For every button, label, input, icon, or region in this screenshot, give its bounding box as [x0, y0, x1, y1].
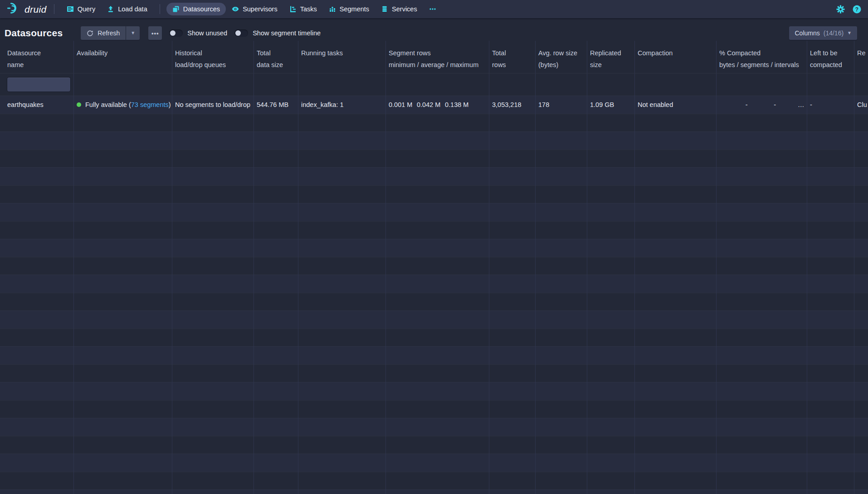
empty-cell [536, 257, 587, 275]
header-label: (bytes) [538, 59, 584, 71]
refresh-dropdown-button[interactable]: ▼ [126, 26, 140, 40]
empty-cell [254, 489, 298, 494]
empty-cell [0, 167, 74, 185]
empty-cell [489, 167, 536, 185]
empty-cell [298, 364, 386, 383]
nav-item-more[interactable] [423, 3, 442, 15]
empty-cell [298, 221, 386, 239]
columns-count: (14/16) [824, 29, 844, 37]
empty-cell [717, 150, 807, 168]
header-label: rows [492, 59, 532, 71]
empty-cell [254, 454, 298, 472]
empty-cell [298, 203, 386, 221]
empty-cell [172, 472, 254, 490]
empty-cell [386, 221, 489, 239]
pct-compacted-value: … [776, 101, 805, 108]
header-cell-left_to_be_compacted[interactable]: Left to becompacted [807, 41, 854, 73]
header-cell-compaction[interactable]: Compaction [635, 41, 717, 73]
nav-item-query[interactable]: Query [61, 3, 102, 15]
empty-cell [0, 221, 74, 239]
header-label: data size [257, 59, 295, 71]
filter-cell-total_rows [489, 73, 536, 96]
nav-item-label: Segments [340, 5, 369, 13]
columns-label: Columns [795, 29, 819, 37]
empty-cell [587, 293, 635, 311]
chevron-down-icon: ▼ [131, 31, 135, 35]
header-cell-retention[interactable]: Re [854, 41, 868, 73]
show-unused-toggle[interactable] [169, 29, 183, 37]
empty-cell [536, 310, 587, 329]
cell-value: 544.76 MB [257, 101, 288, 108]
empty-cell [172, 221, 254, 239]
empty-cell [254, 418, 298, 436]
header-cell-name[interactable]: Datasourcename [0, 41, 74, 73]
empty-table-row [0, 382, 868, 400]
cell-name: earthquakes [0, 96, 74, 114]
empty-cell [254, 275, 298, 293]
empty-cell [854, 418, 868, 436]
empty-cell [254, 131, 298, 150]
empty-cell [386, 472, 489, 490]
header-cell-running_tasks[interactable]: Running tasks [298, 41, 386, 73]
nav-item-services[interactable]: Services [375, 3, 423, 15]
header-cell-availability[interactable]: Availability [74, 41, 172, 73]
nav-item-tasks[interactable]: Tasks [283, 3, 323, 15]
empty-cell [807, 346, 854, 364]
header-cell-total_data_size[interactable]: Totaldata size [254, 41, 298, 73]
more-options-button[interactable]: ••• [148, 26, 162, 40]
empty-cell [854, 400, 868, 418]
columns-button[interactable]: Columns (14/16) ▼ [789, 26, 857, 40]
druid-logo[interactable]: druid [6, 2, 47, 16]
empty-cell [587, 114, 635, 132]
empty-cell [536, 203, 587, 221]
empty-cell [717, 418, 807, 436]
empty-cell [807, 489, 854, 494]
cell-historical: No segments to load/drop [172, 96, 254, 114]
header-cell-avg_row_size[interactable]: Avg. row size(bytes) [536, 41, 587, 73]
nav-item-segments[interactable]: Segments [323, 3, 375, 15]
empty-cell [854, 150, 868, 168]
header-cell-replicated_size[interactable]: Replicatedsize [587, 41, 635, 73]
empty-cell [172, 418, 254, 436]
show-segment-timeline-label[interactable]: Show segment timeline [253, 29, 321, 37]
empty-cell [172, 114, 254, 132]
datasource-name-filter-input[interactable] [7, 77, 70, 92]
help-icon[interactable]: ? [853, 5, 861, 14]
empty-table-row [0, 472, 868, 490]
empty-cell [587, 364, 635, 383]
empty-cell [854, 185, 868, 203]
empty-cell [635, 257, 717, 275]
nav-item-load-data[interactable]: Load data [101, 3, 153, 15]
empty-table-row [0, 418, 868, 436]
segments-link[interactable]: 73 segments [131, 101, 169, 108]
show-segment-timeline-toggle[interactable] [234, 29, 248, 37]
empty-cell [536, 239, 587, 257]
empty-cell [386, 400, 489, 418]
empty-cell [717, 329, 807, 347]
header-cell-pct_compacted[interactable]: % Compactedbytes / segments / intervals [717, 41, 807, 73]
empty-cell [536, 454, 587, 472]
header-cell-total_rows[interactable]: Totalrows [489, 41, 536, 73]
empty-cell [0, 114, 74, 132]
empty-cell [74, 400, 172, 418]
nav-item-datasources[interactable]: Datasources [166, 3, 226, 15]
empty-cell [717, 114, 807, 132]
empty-cell [536, 114, 587, 132]
empty-cell [807, 167, 854, 185]
empty-cell [587, 150, 635, 168]
settings-gear-icon[interactable] [836, 5, 845, 14]
empty-cell [386, 185, 489, 203]
empty-cell [635, 310, 717, 329]
refresh-button[interactable]: Refresh [81, 26, 126, 40]
show-unused-label[interactable]: Show unused [187, 29, 227, 37]
header-cell-historical[interactable]: Historicalload/drop queues [172, 41, 254, 73]
nav-item-supervisors[interactable]: Supervisors [226, 3, 283, 15]
cell-value: Clu [857, 101, 867, 108]
empty-table-row [0, 150, 868, 168]
empty-cell [489, 239, 536, 257]
header-label: compacted [810, 59, 851, 71]
header-label: load/drop queues [175, 59, 251, 71]
empty-cell [254, 293, 298, 311]
empty-cell [386, 275, 489, 293]
header-cell-segment_rows[interactable]: Segment rowsminimum / average / maximum [386, 41, 489, 73]
